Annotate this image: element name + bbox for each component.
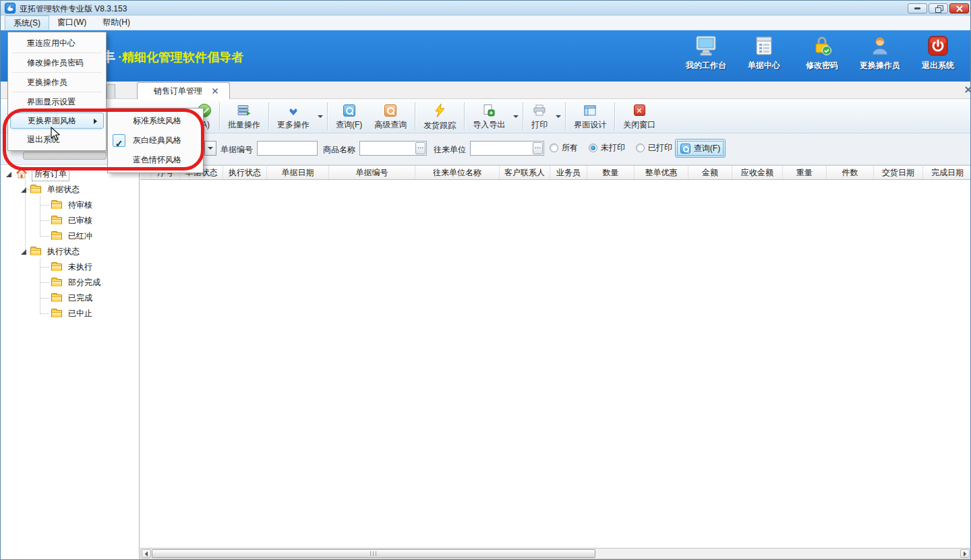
dropdown-arrow-icon[interactable] [318,115,323,118]
tree-group-exec-status[interactable]: 执行状态 [1,244,139,259]
column-header-doc-no[interactable]: 单据编号 [329,166,415,179]
radio-all[interactable]: 所有 [550,142,578,154]
menu-help[interactable]: 帮助(H) [94,15,138,30]
import-export-button[interactable]: 导入导出 [467,100,511,132]
radio-all-label: 所有 [562,142,578,154]
close-icon [956,5,963,12]
folder-icon [51,310,62,317]
radio-unprinted[interactable]: 未打印 [589,142,625,154]
close-window-button[interactable]: 关闭窗口 [617,100,661,132]
expander-icon[interactable] [21,249,26,255]
title-bar: 亚拓管理软件专业版 V8.3.153 [1,1,970,15]
menu-separator [12,92,102,92]
query-label: 查询(F) [336,119,362,131]
toolbar-separator [614,102,615,130]
column-header-exec-status[interactable]: 执行状态 [223,166,267,179]
radio-printed-label: 已打印 [648,142,672,154]
query-icon [343,104,355,117]
close-button[interactable] [949,3,969,13]
menu-system[interactable]: 系统(S) [5,15,49,30]
change-password-button[interactable]: 修改密码 [798,36,846,71]
column-header-finish-date[interactable]: 完成日期 [923,166,971,179]
column-header-receivable[interactable]: 应收金额 [732,166,783,179]
tree-item-not-executed[interactable]: 未执行 [1,259,139,275]
tree-item-audited[interactable]: 已审核 [1,213,139,228]
ui-design-button[interactable]: 界面设计 [568,100,612,132]
date-combo-fragment[interactable] [204,141,216,156]
partner-label: 往来单位 [434,144,466,156]
expander-icon[interactable] [21,187,26,193]
menu-item-exit[interactable]: 退出系统 [8,131,106,148]
switch-operator-button[interactable]: 更换操作员 [856,36,904,71]
advanced-query-button[interactable]: 高级查询 [368,100,413,132]
tree-item-pending-audit[interactable]: 待审核 [1,197,139,213]
scroll-right-icon [964,551,966,557]
ui-design-label: 界面设计 [574,119,606,131]
print-icon [533,104,546,117]
horizontal-scrollbar[interactable] [140,548,971,559]
tab-sales-order[interactable]: 销售订单管理 [137,82,230,99]
column-header-contact[interactable]: 客户联系人 [500,166,550,179]
column-header-partner-name[interactable]: 往来单位名称 [415,166,500,179]
query-submit-button[interactable]: 查询(F) [675,139,726,158]
toolbar-separator [415,102,415,130]
checked-icon [113,134,125,147]
menu-item-display-settings[interactable]: 界面显示设置 [8,93,106,111]
column-header-doc-date[interactable]: 单据日期 [267,166,329,179]
menu-window[interactable]: 窗口(W) [49,15,94,30]
tree-item-partially-done[interactable]: 部分完成 [1,275,139,290]
product-lookup-button[interactable] [415,142,425,154]
restore-button[interactable] [929,3,948,13]
submenu-item-blue-style[interactable]: 蓝色情怀风格 [108,150,203,170]
menu-item-reconnect[interactable]: 重连应用中心 [8,34,106,52]
expander-icon[interactable] [6,172,11,177]
submenu-item-gray-classic-style[interactable]: 灰白经典风格 [108,131,203,150]
query-submit-label: 查询(F) [694,143,720,154]
menu-item-switch-operator[interactable]: 更换操作员 [8,73,106,91]
menu-item-change-password[interactable]: 修改操作员密码 [8,54,106,71]
tree-item-reversed[interactable]: 已红冲 [1,228,139,244]
dropdown-arrow-icon[interactable] [556,115,561,118]
system-menu-panel: 重连应用中心 修改操作员密码 更换操作员 界面显示设置 更换界面风格 退出系统 [7,32,107,151]
doc-no-input[interactable] [258,142,317,155]
switch-operator-label: 更换操作员 [860,60,900,71]
order-tree-sidebar: 所有订单 单据状态 待审核 已审核 已红冲 执行状态 未执行 [1,165,140,560]
workbench-button[interactable]: 我的工作台 [682,36,730,71]
tree-item-label: 未执行 [66,261,94,274]
tab-label: 销售订单管理 [154,86,202,97]
tab-bar: 销售订单管理 [1,82,970,99]
minimize-button[interactable] [908,3,927,13]
column-header-amount[interactable]: 金额 [688,166,732,179]
scroll-left-button[interactable] [142,549,151,558]
folder-icon [51,217,62,224]
tree-item-terminated[interactable]: 已中止 [1,306,139,321]
batch-actions-button[interactable]: 批量操作 [222,100,266,132]
scroll-right-button[interactable] [960,549,970,558]
column-header-quantity[interactable]: 数量 [587,166,635,179]
menu-bar: 系统(S) 窗口(W) 帮助(H) [1,15,970,30]
column-header-delivery-date[interactable]: 交货日期 [874,166,923,179]
menu-item-change-style[interactable]: 更换界面风格 [10,113,104,129]
import-export-icon [483,104,495,117]
query-button[interactable]: 查询(F) [330,100,368,132]
scrollbar-thumb[interactable] [152,549,595,558]
document-center-button[interactable]: 单据中心 [740,36,788,71]
tree-item-completed[interactable]: 已完成 [1,290,139,306]
tree-group-doc-status[interactable]: 单据状态 [1,182,139,197]
column-header-pieces[interactable]: 件数 [827,166,874,179]
tab-close-icon[interactable] [212,88,218,94]
shipping-tracking-button[interactable]: 发货跟踪 [417,100,462,132]
partner-lookup-button[interactable] [533,142,543,154]
column-header-discount[interactable]: 整单优惠 [635,166,688,179]
submenu-item-standard-style[interactable]: 标准系统风格 [108,111,203,131]
more-actions-button[interactable]: 更多操作 [271,100,316,132]
exit-system-button[interactable]: 退出系统 [914,36,962,71]
combo-arrow-icon [208,147,213,150]
print-button[interactable]: 打印 [525,100,554,132]
column-header-salesman[interactable]: 业务员 [550,166,587,179]
column-header-weight[interactable]: 重量 [783,166,827,179]
hidden-tab-fragment [107,84,115,98]
dropdown-arrow-icon[interactable] [513,115,519,118]
radio-printed[interactable]: 已打印 [636,142,672,154]
menu-separator [12,53,102,53]
